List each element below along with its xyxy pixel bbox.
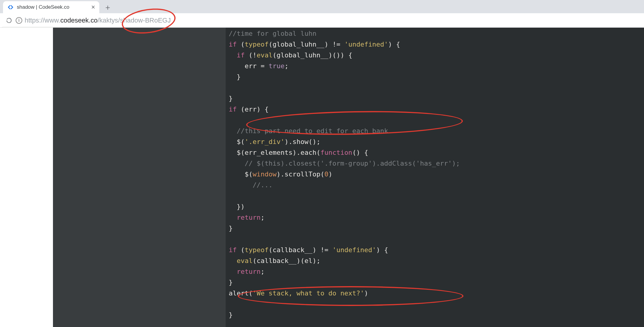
code-editor[interactable]: //time for global luhn if (typeof(global… (229, 28, 638, 327)
code-kw-return: return (237, 214, 261, 221)
code-true: true (268, 62, 284, 70)
code-brace: } (237, 73, 241, 81)
code-gutter (53, 28, 226, 327)
url-path-prefix: /kaktys/sha (98, 17, 131, 24)
code-text: (callback__) != (268, 246, 332, 254)
codeseek-favicon (7, 4, 14, 11)
code-text: ).scrollTop( (277, 170, 324, 178)
site-info-icon[interactable]: i (16, 17, 22, 24)
code-kw-if: if (229, 105, 237, 113)
reload-button[interactable] (4, 15, 14, 26)
code-bang: ! (253, 51, 257, 59)
address-bar-row: i https://www.codeseek.co/kaktys/shadow-… (0, 13, 644, 28)
code-comment: // $(this).closest('.form-group').addCla… (245, 160, 460, 167)
url-host: codeseek.co (60, 17, 98, 24)
page-viewport: //time for global luhn if (typeof(global… (0, 28, 644, 327)
close-tab-icon[interactable]: × (91, 3, 95, 11)
url-scheme: https:// (25, 17, 45, 24)
code-comment: //... (252, 181, 272, 189)
code-brace: }) (237, 203, 245, 210)
code-ident: global_luhn__ (277, 51, 328, 59)
code-kw-return: return (237, 268, 261, 275)
code-brace: } (229, 95, 233, 102)
code-comment: //this part need to edit for each bank (237, 127, 388, 135)
code-string: '.err_div' (245, 138, 284, 145)
url-sub: www. (45, 17, 60, 24)
code-text: err = (245, 62, 268, 70)
tab-title: shadow | CodeSeek.co (17, 4, 70, 10)
code-typeof: typeof (245, 246, 268, 254)
code-text: $(err_elements).each( (237, 149, 320, 156)
code-typeof: typeof (245, 41, 268, 48)
code-window: window (252, 170, 276, 178)
code-string: 'undefined' (332, 246, 376, 254)
code-text: ) { (376, 246, 388, 254)
code-line: //time for global luhn (229, 30, 316, 37)
tab-strip: shadow | CodeSeek.co × ＋ (0, 0, 644, 13)
code-string: 'We stack, what to do next?' (252, 289, 364, 297)
code-text: ) (328, 170, 332, 178)
url-path-suffix: ow-BRoEGJ (134, 17, 171, 24)
code-text: ) (364, 289, 368, 297)
code-number: 0 (324, 170, 328, 178)
browser-tab-active[interactable]: shadow | CodeSeek.co × (3, 1, 99, 13)
code-eval: eval (237, 257, 253, 264)
url-display[interactable]: https://www.codeseek.co/kaktys/shadow-BR… (25, 17, 171, 24)
url-path-mid: d (131, 17, 134, 24)
new-tab-button[interactable]: ＋ (102, 1, 114, 13)
code-text: alert( (229, 289, 252, 297)
code-brace: } (229, 225, 233, 232)
code-text: $( (237, 138, 245, 145)
code-text: (err) { (237, 105, 269, 113)
code-semi: ; (261, 214, 265, 221)
left-margin (0, 28, 53, 327)
code-brace: } (229, 279, 233, 286)
code-op: != (328, 41, 344, 48)
code-kw-if: if (229, 246, 237, 254)
code-brace: } (229, 311, 233, 319)
code-text: ).show(); (284, 138, 320, 145)
code-eval: eval (257, 51, 273, 59)
code-text: (callback__)(el); (252, 257, 320, 264)
code-kw-if: if (229, 41, 237, 48)
code-text: () { (352, 149, 368, 156)
code-semi: ; (284, 62, 288, 70)
code-text: ( (237, 246, 245, 254)
code-string: 'undefined' (344, 41, 388, 48)
code-semi: ; (261, 268, 265, 275)
code-text: $( (245, 170, 253, 178)
code-kw-if: if (237, 51, 245, 59)
code-kw-function: function (320, 149, 352, 156)
code-ident: global_luhn__ (273, 41, 324, 48)
